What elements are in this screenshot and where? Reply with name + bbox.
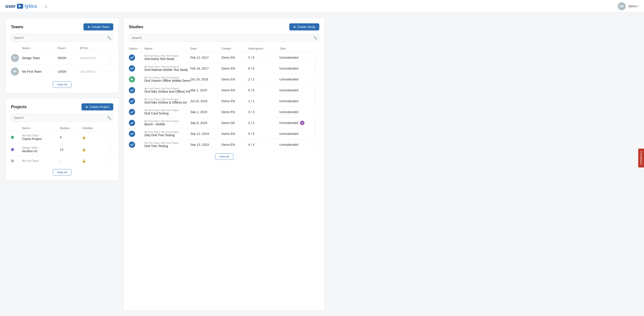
more-options-button[interactable]: ⋮ xyxy=(106,56,113,60)
team-byou: UNLIMITED xyxy=(80,56,106,60)
studies-view-all-container: View All xyxy=(129,153,319,160)
logo[interactable]: user lytics xyxy=(5,3,37,9)
more-options-button[interactable]: ⋮ xyxy=(310,55,319,60)
study-name: Dnd Vitamin Offline Mobile Demo xyxy=(144,79,190,82)
study-participants: 6 / 6 xyxy=(248,67,279,70)
table-row[interactable]: My First Team / My First Project Dnd Car… xyxy=(129,107,319,118)
status-complete-icon xyxy=(129,65,135,72)
study-path: My First Team / My First Project xyxy=(144,54,190,57)
teams-col-panel[interactable]: Panel ↕ xyxy=(58,46,80,50)
table-row[interactable]: My First Team / My First Project Dnd Nik… xyxy=(129,96,319,107)
study-creator: Demo EN xyxy=(222,99,248,103)
studies-col-date[interactable]: Date ↕ xyxy=(190,47,222,50)
more-options-button[interactable]: ⋮ xyxy=(310,110,319,115)
more-options-button[interactable]: ⋮ xyxy=(310,77,319,82)
sort-icon: ↕ xyxy=(153,47,154,50)
table-row[interactable]: Design Team Iteration #1 14 🔒 ⋮ xyxy=(11,144,113,156)
more-options-button[interactable]: ⋮ xyxy=(106,69,113,74)
more-options-button[interactable]: ⋮ xyxy=(310,66,319,71)
teams-col-byou[interactable]: BYOU ↕ xyxy=(80,46,106,50)
more-options-button[interactable]: ⋮ xyxy=(310,88,319,93)
team-panel: 50000 xyxy=(58,56,80,60)
more-options-button[interactable]: ⋮ xyxy=(310,142,319,147)
studies-search-input[interactable] xyxy=(129,34,319,41)
status-cell xyxy=(129,142,144,148)
status-cell xyxy=(129,98,144,104)
more-options-button[interactable]: ⋮ xyxy=(310,99,319,104)
header-right: DE Demo ▾ xyxy=(618,2,639,10)
study-participants: 5 / 5 xyxy=(248,132,279,136)
sort-icon: ↕ xyxy=(30,127,32,129)
table-row[interactable]: MF My First Team 10000 UNLIMITED ⋮ xyxy=(11,65,113,78)
projects-col-name[interactable]: Name ↕ xyxy=(22,127,60,130)
table-row[interactable]: My First Team / My First Project Dnd Aet… xyxy=(129,52,319,63)
table-row[interactable]: My First Team / My First Project Dnd Nik… xyxy=(129,85,319,96)
study-date: Sep 13, 2019 xyxy=(190,143,222,147)
status-cell xyxy=(129,109,144,115)
project-color-dot xyxy=(11,136,14,139)
table-row[interactable]: My First Team / My First Project Bosch -… xyxy=(129,118,319,129)
sort-icon: ↕ xyxy=(286,47,288,50)
left-panel: Teams ⊕ Create Team 🔍 Name ↕ Panel ↕ BYO… xyxy=(5,18,119,311)
create-project-button[interactable]: ⊕ Create Project xyxy=(82,103,113,110)
create-study-button[interactable]: ⊕ Create Study xyxy=(289,23,320,30)
projects-title: Projects xyxy=(11,105,27,109)
plus-icon: ⊕ xyxy=(88,25,90,29)
study-date: Feb 12, 2017 xyxy=(190,56,222,59)
study-date: Sep 12, 2019 xyxy=(190,132,222,136)
more-options-button[interactable]: ⋮ xyxy=(106,147,113,152)
sort-icon: ↕ xyxy=(93,127,94,129)
studies-view-all-button[interactable]: View All xyxy=(215,153,234,160)
projects-col-studies[interactable]: Studies ↕ xyxy=(60,127,82,130)
study-participants: 1 / 1 xyxy=(248,99,279,103)
home-icon[interactable]: ⌂ xyxy=(45,3,48,9)
lock-icon: 🔒 xyxy=(82,159,106,163)
status-cell xyxy=(129,65,144,72)
more-options-button[interactable]: ⋮ xyxy=(310,121,319,125)
studies-col-creator[interactable]: Creator ↕ xyxy=(222,47,248,50)
more-options-button[interactable]: ⋮ xyxy=(106,158,113,163)
study-type: Unmoderated xyxy=(279,88,298,92)
study-path: My First Team / My First Project xyxy=(144,142,190,144)
team-panel: 10000 xyxy=(58,70,80,73)
table-row[interactable]: My First Team / My First Project Dnd Tre… xyxy=(129,139,319,150)
user-menu[interactable]: Demo ▾ xyxy=(628,4,639,8)
study-path: My First Team / My First Project xyxy=(144,87,190,90)
create-team-button[interactable]: ⊕ Create Team xyxy=(84,23,113,30)
table-row[interactable]: DT Design Team 50000 UNLIMITED ⋮ xyxy=(11,51,113,65)
study-name-cell: My First Team / My First Project (Na) Dn… xyxy=(144,131,190,137)
status-complete-icon xyxy=(129,131,135,137)
more-options-button[interactable]: ⋮ xyxy=(106,135,113,140)
studies-col-name[interactable]: Name ↕ xyxy=(144,47,190,50)
sort-icon: ↕ xyxy=(30,47,32,49)
lock-icon: 🔒 xyxy=(82,148,106,151)
projects-view-all-button[interactable]: View All xyxy=(53,169,71,175)
projects-search-input[interactable] xyxy=(11,114,113,122)
feedback-tab[interactable]: Feedback xyxy=(638,149,644,167)
study-type: Unmoderated xyxy=(279,99,298,103)
table-row[interactable]: My First Team - 🔒 ⋮ xyxy=(11,156,113,166)
table-row[interactable]: My First Team Carlos Project 9 🔒 ⋮ xyxy=(11,131,113,144)
teams-rows: DT Design Team 50000 UNLIMITED ⋮ MF My F… xyxy=(11,51,113,78)
header: user lytics ⌂ DE Demo ▾ xyxy=(0,0,644,12)
study-name-cell: My First Team / My First Project Dnd Tre… xyxy=(144,142,190,148)
projects-search-container: 🔍 xyxy=(11,114,113,122)
table-row[interactable]: My First Team / My First Project (Na) Dn… xyxy=(129,129,319,139)
study-type-cell: Unmoderated xyxy=(279,56,310,59)
table-row[interactable]: My First Team / My First Project Dnd Vit… xyxy=(129,74,319,85)
studies-col-participants[interactable]: Participants ↕ xyxy=(248,47,279,50)
teams-col-name[interactable]: Name ↕ xyxy=(22,46,58,50)
more-options-button[interactable]: ⋮ xyxy=(310,131,319,136)
projects-col-visibility[interactable]: Visibility ↕ xyxy=(82,127,106,130)
teams-search-input[interactable] xyxy=(11,34,113,41)
teams-view-all-button[interactable]: View All xyxy=(53,81,71,88)
studies-col-type[interactable]: Type ↕ xyxy=(279,47,310,50)
study-path: My First Team / My First Project xyxy=(144,65,190,68)
logo-icon xyxy=(17,4,23,9)
team-name: Design Team xyxy=(22,56,58,60)
project-studies-count: 9 xyxy=(60,136,82,139)
table-row[interactable]: My First Team / My First Project Dnd Wal… xyxy=(129,63,319,74)
status-complete-icon xyxy=(129,54,135,61)
sort-icon: ↕ xyxy=(197,47,198,50)
studies-col-status[interactable]: Status ↕ xyxy=(129,47,144,50)
